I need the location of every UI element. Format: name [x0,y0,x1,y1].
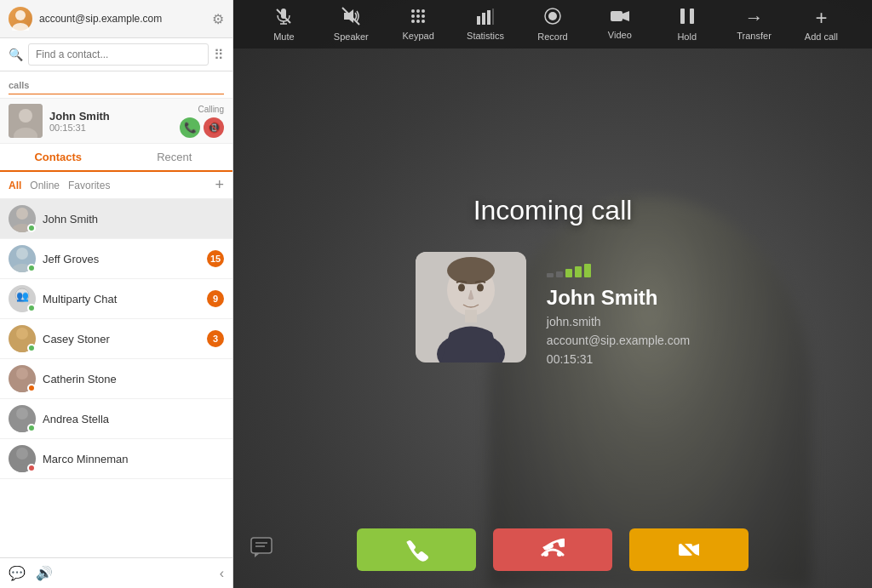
contact-item[interactable]: John Smith [0,199,232,239]
svg-rect-36 [487,10,490,25]
svg-point-56 [557,551,562,557]
contact-avatar-wrap [9,365,36,392]
contact-item[interactable]: Andrea Stella [0,399,232,439]
account-avatar [9,7,32,31]
svg-marker-41 [622,11,629,21]
caller-duration: 00:15:31 [547,352,690,366]
statistics-label: Statistics [467,31,504,41]
contact-item[interactable]: Jeff Groves 15 [0,239,232,279]
unread-badge: 3 [207,330,224,347]
svg-point-11 [16,328,28,340]
call-actions: Calling 📞 📵 [180,105,224,138]
bar-2 [556,271,563,277]
filter-all[interactable]: All [9,180,21,191]
contact-avatar-wrap [9,325,36,352]
contact-item[interactable]: Catherin Stone [0,359,232,399]
search-icon: 🔍 [9,48,23,61]
answer-button[interactable]: 📞 [180,117,200,138]
contact-avatar-wrap [9,445,36,472]
settings-icon[interactable]: ⚙ [212,11,224,27]
svg-rect-48 [465,310,477,323]
grid-icon[interactable]: ⠿ [214,47,224,63]
status-dot [27,224,36,232]
call-info: John Smith 00:15:31 [49,110,173,133]
status-icon[interactable]: 💬 [9,565,26,581]
search-input[interactable] [28,43,209,66]
record-icon [543,7,562,28]
search-bar: 🔍 ⠿ [0,38,232,71]
unread-badge: 9 [207,290,224,307]
svg-point-49 [458,283,465,291]
toolbar-hold[interactable]: Hold [662,7,713,42]
toolbar: Mute Speaker [233,0,872,49]
tabs-row: Contacts Recent [0,144,232,172]
contact-name: Jeff Groves [43,253,200,265]
contact-name: Marco Minneman [43,453,224,465]
svg-point-25 [411,9,415,13]
svg-rect-35 [482,13,485,25]
contact-item[interactable]: Marco Minneman [0,439,232,479]
decline-button[interactable]: 📵 [204,117,224,138]
toolbar-mute[interactable]: Mute [258,7,309,42]
svg-point-26 [416,9,420,13]
video-icon [610,9,630,26]
tab-contacts[interactable]: Contacts [0,144,117,170]
bar-1 [547,273,554,277]
account-email: account@sip.example.com [39,13,205,25]
answer-call-button[interactable] [357,528,476,571]
contact-name: Multiparty Chat [43,293,200,305]
filter-favorites[interactable]: Favorites [68,180,110,191]
svg-rect-37 [492,9,494,25]
speaker-toolbar-icon [341,7,360,28]
status-dot [27,304,36,312]
mute-video-button[interactable] [629,528,749,571]
collapse-icon[interactable]: ‹ [220,566,224,581]
contact-item[interactable]: 👥 Multiparty Chat 9 [0,279,232,319]
call-buttons: 📞 📵 [180,117,224,138]
status-dot [27,344,36,352]
filter-online[interactable]: Online [30,180,60,191]
svg-point-39 [548,12,557,20]
svg-point-0 [15,10,26,20]
hold-icon [679,7,696,28]
caller-photo [416,252,526,363]
toolbar-keypad[interactable]: Keypad [393,8,444,41]
svg-rect-42 [680,9,685,24]
active-call-item[interactable]: John Smith 00:15:31 Calling 📞 📵 [0,99,232,144]
bar-5 [584,264,591,277]
bottom-buttons [233,511,872,588]
svg-rect-34 [477,16,480,25]
toolbar-add-call[interactable]: + Add call [795,8,846,42]
call-name: John Smith [49,110,173,123]
contact-avatar-wrap: 👥 [9,285,36,312]
contact-avatar-wrap [9,245,36,272]
video-label: Video [608,30,632,40]
status-dot [27,384,36,392]
bar-4 [575,266,582,277]
tab-recent[interactable]: Recent [117,144,233,170]
toolbar-transfer[interactable]: → Transfer [729,9,780,41]
bar-3 [565,269,572,277]
speaker-icon[interactable]: 🔊 [36,565,53,581]
mute-label: Mute [273,31,294,42]
svg-point-28 [411,14,415,18]
decline-call-button[interactable] [493,528,612,571]
contact-name: Casey Stoner [43,333,200,345]
left-panel: account@sip.example.com ⚙ 🔍 ⠿ calls John… [0,0,233,588]
svg-point-3 [19,109,32,123]
call-avatar [9,104,43,138]
caller-account: account@sip.example.com [547,334,690,347]
keypad-icon [410,8,427,27]
add-filter-icon[interactable]: + [215,176,224,194]
transfer-icon: → [745,9,764,27]
caller-info: John Smith john.smith account@sip.exampl… [547,252,690,366]
calls-label: calls [9,80,29,90]
toolbar-speaker[interactable]: Speaker [325,7,376,42]
contact-item[interactable]: Casey Stoner 3 [0,319,232,359]
contact-avatar-wrap [9,205,36,232]
toolbar-video[interactable]: Video [594,9,645,40]
incoming-call-title: Incoming call [473,195,633,226]
transfer-label: Transfer [737,31,772,41]
toolbar-statistics[interactable]: Statistics [460,8,511,41]
toolbar-record[interactable]: Record [527,7,578,42]
